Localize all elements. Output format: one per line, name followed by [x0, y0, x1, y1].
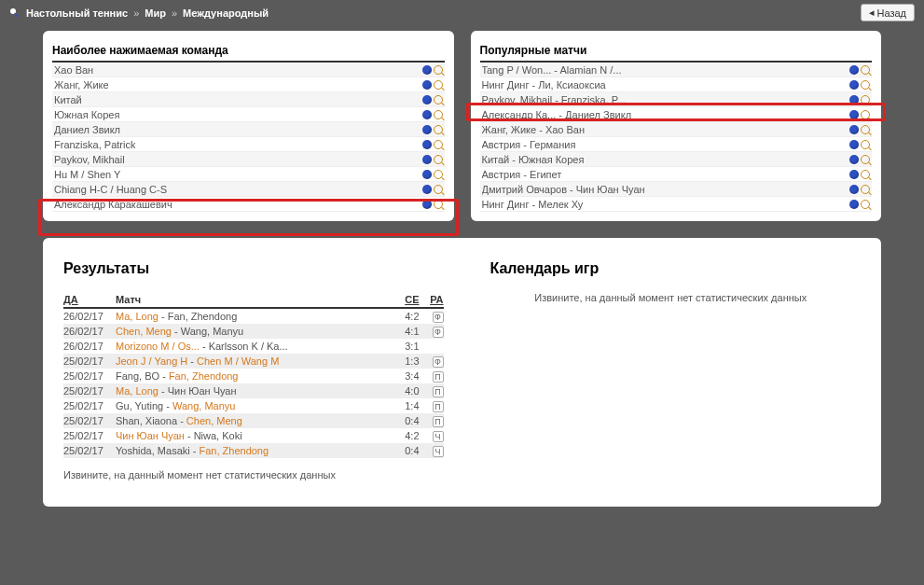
search-icon[interactable] — [434, 140, 443, 149]
away-link[interactable]: Wang, Manyu — [172, 400, 235, 411]
home-link[interactable]: Ma, Long — [116, 311, 159, 322]
search-icon[interactable] — [434, 170, 443, 179]
search-icon[interactable] — [861, 170, 870, 179]
team-row[interactable]: Chiang H-C / Huang C-S — [52, 182, 445, 197]
round-badge: Ф — [433, 312, 444, 323]
result-score: 4:2 — [390, 311, 420, 322]
result-row[interactable]: 25/02/17 Fang, BO - Fan, Zhendong 3:4 П — [63, 369, 444, 383]
no-data-calendar: Извините, на данный момент нет статистич… — [481, 292, 862, 303]
teams-panel: Наиболее нажимаемая команда Хао Ван Жанг… — [43, 31, 454, 221]
col-date[interactable]: ДА — [63, 294, 78, 305]
calendar-title: Календарь игр — [490, 260, 862, 277]
team-row[interactable]: Franziska, Patrick — [52, 137, 445, 152]
dot-icon — [422, 65, 432, 75]
back-label: Назад — [876, 7, 906, 19]
search-icon[interactable] — [861, 95, 870, 104]
match-row[interactable]: Жанг, Жике - Хао Ван — [480, 122, 873, 137]
breadcrumb-league[interactable]: Международный — [183, 7, 269, 19]
col-score[interactable]: СЕ — [405, 294, 419, 305]
match-row[interactable]: Китай - Южная Корея — [480, 152, 873, 167]
round-badge: Ф — [433, 327, 444, 338]
result-row[interactable]: 25/02/17 Yoshida, Masaki - Fan, Zhendong… — [63, 443, 444, 458]
away-link[interactable]: Chen M / Wang M — [197, 355, 279, 367]
home-link[interactable]: Ma, Long — [116, 385, 159, 397]
result-row[interactable]: 25/02/17 Ma, Long - Чин Юан Чуан 4:0 П — [63, 383, 444, 398]
search-icon[interactable] — [434, 95, 443, 104]
team-row[interactable]: Hu M / Shen Y — [52, 167, 445, 182]
away-link[interactable]: Chen, Meng — [186, 415, 242, 426]
team-row[interactable]: Paykov, Mikhail — [52, 152, 445, 167]
dot-icon — [849, 155, 859, 164]
result-row[interactable]: 26/02/17 Chen, Meng - Wang, Manyu 4:1 Ф — [63, 324, 444, 339]
search-icon[interactable] — [861, 155, 870, 164]
result-row[interactable]: 25/02/17 Jeon J / Yang H - Chen M / Wang… — [63, 354, 444, 369]
match-row[interactable]: Нинг Динг - Мелек Ху — [480, 197, 873, 212]
match-row[interactable]: Австрия - Германия — [480, 137, 873, 152]
team-row[interactable]: Александр Каракашевич — [52, 197, 445, 212]
round-badge: Ф — [433, 356, 444, 368]
match-row[interactable]: Александр Ка... - Даниел Звикл — [480, 107, 873, 122]
search-icon[interactable] — [861, 80, 870, 90]
search-icon[interactable] — [861, 200, 870, 209]
back-button[interactable]: ◂ Назад — [861, 4, 915, 21]
away-team: Wang, Manyu — [181, 326, 243, 337]
away-link[interactable]: Fan, Zhendong — [200, 445, 269, 456]
search-icon[interactable] — [861, 125, 870, 134]
away-team: Чин Юан Чуан — [168, 385, 237, 397]
team-row[interactable]: Южная Корея — [52, 107, 445, 122]
team-row[interactable]: Жанг, Жике — [52, 77, 445, 92]
result-row[interactable]: 26/02/17 Ma, Long - Fan, Zhendong 4:2 Ф — [63, 309, 444, 324]
col-pa[interactable]: РА — [430, 294, 443, 305]
search-icon[interactable] — [434, 125, 443, 134]
dot-icon — [849, 125, 859, 134]
result-row[interactable]: 26/02/17 Morizono M / Os... - Karlsson K… — [63, 339, 444, 354]
dot-icon — [422, 110, 432, 119]
home-link[interactable]: Chen, Meng — [116, 326, 172, 337]
chevron-left-icon: ◂ — [869, 7, 875, 19]
home-team: Yoshida, Masaki — [116, 445, 190, 456]
search-icon[interactable] — [434, 65, 443, 75]
home-link[interactable]: Jeon J / Yang H — [116, 355, 187, 367]
search-icon[interactable] — [861, 110, 870, 119]
match-row[interactable]: Tang P / Won... - Alamian N /... — [480, 63, 873, 77]
search-icon[interactable] — [434, 200, 443, 209]
search-icon[interactable] — [434, 80, 443, 90]
match-row[interactable]: Австрия - Египет — [480, 167, 873, 182]
match-row[interactable]: Нинг Динг - Ли, Ксиаоксиа — [480, 77, 873, 92]
dot-icon — [849, 80, 859, 90]
svg-rect-1 — [14, 13, 19, 18]
home-link[interactable]: Morizono M / Os... — [116, 341, 200, 352]
result-row[interactable]: 25/02/17 Shan, Xiaona - Chen, Meng 0:4 П — [63, 413, 444, 428]
dot-icon — [422, 185, 432, 194]
topbar: Настольный теннис » Мир » Международный … — [0, 0, 924, 31]
dot-icon — [849, 200, 859, 209]
home-link[interactable]: Чин Юан Чуан — [116, 430, 185, 441]
result-score: 0:4 — [390, 445, 420, 456]
result-row[interactable]: 25/02/17 Gu, Yuting - Wang, Manyu 1:4 П — [63, 398, 444, 413]
breadcrumb-sport[interactable]: Настольный теннис — [26, 7, 128, 19]
search-icon[interactable] — [434, 155, 443, 164]
match-row[interactable]: Дмитрий Овчаров - Чин Юан Чуан — [480, 182, 873, 197]
result-row[interactable]: 25/02/17 Чин Юан Чуан - Niwa, Koki 4:2 Ч — [63, 428, 444, 443]
team-row[interactable]: Даниел Звикл — [52, 122, 445, 137]
search-icon[interactable] — [861, 185, 870, 194]
match-label: Дмитрий Овчаров - Чин Юан Чуан — [482, 184, 645, 195]
dot-icon — [422, 155, 432, 164]
result-date: 26/02/17 — [63, 341, 116, 352]
away-link[interactable]: Fan, Zhendong — [169, 370, 239, 382]
match-row[interactable]: Paykov, Mikhail - Franziska, P... — [480, 92, 873, 107]
match-label: Австрия - Египет — [482, 169, 562, 180]
breadcrumb-region[interactable]: Мир — [145, 7, 166, 19]
search-icon[interactable] — [434, 185, 443, 194]
team-row[interactable]: Хао Ван — [52, 63, 445, 77]
search-icon[interactable] — [861, 140, 870, 149]
match-label: Нинг Динг - Мелек Ху — [482, 199, 584, 210]
result-score: 3:4 — [390, 370, 420, 382]
search-icon[interactable] — [434, 110, 443, 119]
result-score: 1:3 — [390, 355, 420, 367]
team-label: Даниел Звикл — [54, 124, 120, 135]
match-label: Paykov, Mikhail - Franziska, P... — [482, 94, 626, 105]
team-row[interactable]: Китай — [52, 92, 445, 107]
search-icon[interactable] — [861, 65, 870, 75]
home-team: Fang, BO — [116, 370, 159, 382]
